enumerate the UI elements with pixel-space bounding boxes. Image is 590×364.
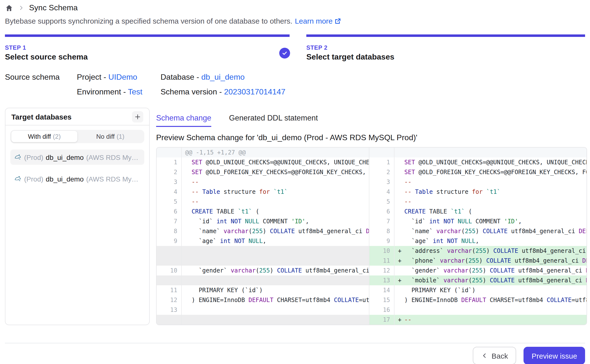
diff-left-line-number: 12: [157, 295, 182, 305]
diff-right-code: CREATE TABLE `t1` (: [394, 207, 587, 216]
diff-right-line-number: 6: [369, 207, 394, 216]
environment-link[interactable]: Test: [128, 88, 143, 96]
diff-right-line-number: 12: [369, 266, 394, 275]
diff-left-code: `gender` varchar(255) COLLATE utf8mb4_ge…: [182, 266, 369, 275]
sync-schema-page: Sync Schema Bytebase supports synchroniz…: [0, 0, 590, 364]
step2-title: Select target databases: [306, 53, 394, 61]
diff-left-code: [182, 315, 369, 325]
diff-left-code: [182, 305, 369, 315]
diff-right-line-number: 11: [369, 256, 394, 266]
intro-line: Bytebase supports synchronizing a specif…: [5, 17, 341, 25]
project-link[interactable]: UIDemo: [108, 73, 137, 81]
diff-left-line-number: 6: [157, 207, 182, 216]
database-list-item[interactable]: (Prod)db_ui_demo(AWS RDS MySQL Prod): [10, 150, 144, 165]
diff-left-code: -- Table structure for `t1`: [182, 187, 369, 197]
diff-left-code: `id` int NOT NULL COMMENT 'ID',: [182, 216, 369, 226]
diff-left-code: --: [182, 197, 369, 207]
diff-right-line-number: 14: [369, 285, 394, 295]
diff-row: 11 PRIMARY KEY (`id`)14 PRIMARY KEY (`id…: [157, 285, 587, 295]
diff-row: 5--5--: [157, 197, 587, 207]
diff-right-code: `name` varchar(255) COLLATE utf8mb4_gene…: [394, 226, 587, 236]
mysql-icon: [14, 153, 22, 161]
preview-title: Preview Schema change for 'db_ui_demo (P…: [156, 133, 417, 142]
footer-divider: [5, 343, 585, 343]
filter-tab-no-diff[interactable]: No diff(1): [77, 131, 143, 142]
field-project: Project - UIDemo: [77, 73, 161, 82]
diff-right-line-number: 17: [369, 315, 394, 325]
diff-left-line-number: 9: [157, 236, 182, 246]
preview-tabs: Schema change Generated DDL statement: [156, 114, 318, 127]
diff-left-line-number: 13: [157, 305, 182, 315]
source-schema-fields: Project - UIDemo Database - db_ui_demo E…: [77, 73, 285, 96]
diff-row: 4-- Table structure for `t1`4-- Table st…: [157, 187, 587, 197]
diff-right-line-number: 16: [369, 305, 394, 315]
diff-left-line-number: 11: [157, 285, 182, 295]
step1-completed-badge: [279, 48, 290, 59]
footer-actions: Back Preview issue: [473, 347, 585, 364]
diff-left-line-number: 5: [157, 197, 182, 207]
diff-row: 1316: [157, 305, 587, 315]
schema-version-link[interactable]: 20230317014147: [224, 88, 285, 96]
add-target-database-button[interactable]: [132, 111, 143, 122]
diff-row: 7 `id` int NOT NULL COMMENT 'ID',7 `id` …: [157, 216, 587, 226]
database-environment: (Prod): [24, 175, 43, 183]
preview-issue-button[interactable]: Preview issue: [524, 347, 585, 364]
diff-row: 11+ `phone` varchar(255) COLLATE utf8mb4…: [157, 256, 587, 266]
diff-right-code: +--: [394, 315, 587, 325]
diff-left-code: --: [182, 177, 369, 187]
diff-left-line-number: 3: [157, 177, 182, 187]
database-instance: (AWS RDS MySQL Prod): [86, 153, 140, 161]
diff-right-code: SET @OLD_FOREIGN_KEY_CHECKS=@@FOREIGN_KE…: [394, 167, 587, 177]
learn-more-link[interactable]: Learn more: [295, 17, 341, 25]
field-environment: Environment - Test: [77, 88, 161, 96]
target-databases-title: Target databases: [11, 112, 72, 121]
diff-hunk-header: @@ -1,15 +1,27 @@: [182, 148, 369, 157]
step1-progress-bar: [5, 34, 290, 37]
diff-right-line-number: 2: [369, 167, 394, 177]
diff-row: 10+ `address` varchar(255) COLLATE utf8m…: [157, 246, 587, 256]
diff-right-code: `age` int NOT NULL,: [394, 236, 587, 246]
diff-left-line-number: [157, 256, 182, 266]
tab-schema-change[interactable]: Schema change: [156, 114, 211, 127]
step2-progress-bar: [306, 34, 585, 37]
diff-right-code: ) ENGINE=InnoDB DEFAULT CHARSET=utf8mb4 …: [394, 295, 587, 305]
intro-text: Bytebase supports synchronizing a specif…: [5, 17, 292, 25]
diff-row: 12) ENGINE=InnoDB DEFAULT CHARSET=utf8mb…: [157, 295, 587, 305]
diff-left-code: `age` int NOT NULL,: [182, 236, 369, 246]
diff-row: 10 `gender` varchar(255) COLLATE utf8mb4…: [157, 266, 587, 275]
field-database: Database - db_ui_demo: [161, 73, 285, 82]
diff-row: 6CREATE TABLE `t1` (6CREATE TABLE `t1` (: [157, 207, 587, 216]
breadcrumb: Sync Schema: [5, 3, 78, 12]
diff-row: 8 `name` varchar(255) COLLATE utf8mb4_ge…: [157, 226, 587, 236]
diff-left-line-number: 4: [157, 187, 182, 197]
diff-left-code: PRIMARY KEY (`id`): [182, 285, 369, 295]
diff-right-line-number: 5: [369, 197, 394, 207]
diff-left-line-number: 8: [157, 226, 182, 236]
home-icon[interactable]: [5, 4, 13, 12]
database-link[interactable]: db_ui_demo: [201, 73, 245, 81]
diff-right-code: SET @OLD_UNIQUE_CHECKS=@@UNIQUE_CHECKS, …: [394, 157, 587, 167]
step1-block: STEP 1 Select source schema: [5, 44, 88, 61]
diff-row: 3--3--: [157, 177, 587, 187]
diff-right-line-number: 15: [369, 295, 394, 305]
diff-left-code: [182, 256, 369, 266]
diff-left-line-number: 10: [157, 266, 182, 275]
diff-left-line-number: 2: [157, 167, 182, 177]
target-database-list: (Prod)db_ui_demo(AWS RDS MySQL Prod)(Pro…: [10, 150, 144, 186]
diff-left-code: [182, 275, 369, 285]
diff-row: 2SET @OLD_FOREIGN_KEY_CHECKS=@@FOREIGN_K…: [157, 167, 587, 177]
database-name: db_ui_demo: [46, 153, 84, 161]
diff-right-line-number: 13: [369, 275, 394, 285]
diff-right-code: PRIMARY KEY (`id`): [394, 285, 587, 295]
diff-left-code: CREATE TABLE `t1` (: [182, 207, 369, 216]
schema-diff-table[interactable]: @@ -1,15 +1,27 @@1SET @OLD_UNIQUE_CHECKS…: [156, 147, 587, 325]
diff-right-line-number: 3: [369, 177, 394, 187]
chevron-left-icon: [481, 352, 488, 359]
back-button[interactable]: Back: [473, 347, 516, 364]
database-list-item[interactable]: (Prod)db_ui_demo(AWS RDS MySQL Prod): [10, 171, 144, 186]
diff-right-code: [394, 305, 587, 315]
filter-tab-with-diff[interactable]: With diff(2): [11, 131, 77, 142]
target-databases-header: Target databases: [5, 108, 149, 125]
diff-right-code: --: [394, 197, 587, 207]
tab-generated-ddl[interactable]: Generated DDL statement: [229, 114, 318, 127]
